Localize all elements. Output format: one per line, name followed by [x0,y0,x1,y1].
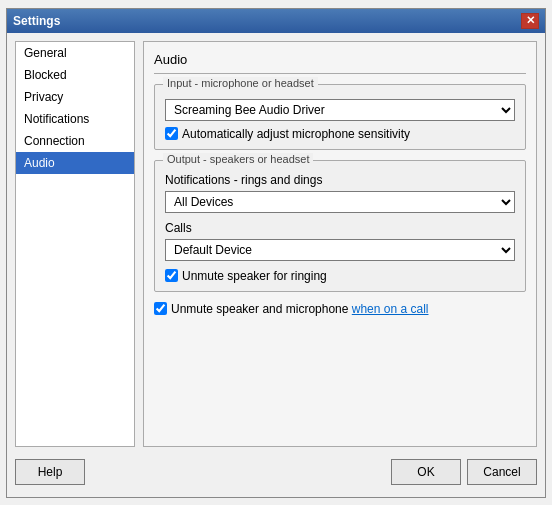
calls-field-group: Calls Default Device [165,221,515,261]
notifications-dropdown-row: All Devices [165,191,515,213]
sidebar-item-blocked[interactable]: Blocked [16,64,134,86]
separator [154,73,526,74]
main-content: General Blocked Privacy Notifications Co… [15,41,537,447]
output-group-content: Notifications - rings and dings All Devi… [165,173,515,283]
auto-adjust-checkbox[interactable] [165,127,178,140]
content-title: Audio [154,52,526,67]
input-group-label: Input - microphone or headset [163,77,318,89]
sidebar-item-notifications[interactable]: Notifications [16,108,134,130]
input-device-select[interactable]: Screaming Bee Audio Driver [165,99,515,121]
ok-cancel-group: OK Cancel [391,459,537,485]
notifications-label: Notifications - rings and dings [165,173,515,187]
unmute-both-row: Unmute speaker and microphone when on a … [154,302,526,316]
unmute-both-label: Unmute speaker and microphone when on a … [171,302,429,316]
sidebar-item-audio[interactable]: Audio [16,152,134,174]
sidebar: General Blocked Privacy Notifications Co… [15,41,135,447]
ok-button[interactable]: OK [391,459,461,485]
input-group-content: Screaming Bee Audio Driver Automatically… [165,99,515,141]
calls-dropdown-row: Default Device [165,239,515,261]
settings-window: Settings ✕ General Blocked Privacy Notif… [6,8,546,498]
notifications-select[interactable]: All Devices [165,191,515,213]
sidebar-item-connection[interactable]: Connection [16,130,134,152]
close-button[interactable]: ✕ [521,13,539,29]
cancel-button[interactable]: Cancel [467,459,537,485]
window-title: Settings [13,14,60,28]
sidebar-item-privacy[interactable]: Privacy [16,86,134,108]
help-button[interactable]: Help [15,459,85,485]
unmute-both-link[interactable]: when on a call [352,302,429,316]
output-group: Output - speakers or headset Notificatio… [154,160,526,292]
window-body: General Blocked Privacy Notifications Co… [7,33,545,497]
notifications-field-group: Notifications - rings and dings All Devi… [165,173,515,213]
input-group: Input - microphone or headset Screaming … [154,84,526,150]
sidebar-item-general[interactable]: General [16,42,134,64]
input-device-row: Screaming Bee Audio Driver [165,99,515,121]
title-bar: Settings ✕ [7,9,545,33]
auto-adjust-label: Automatically adjust microphone sensitiv… [182,127,410,141]
calls-select[interactable]: Default Device [165,239,515,261]
auto-adjust-row: Automatically adjust microphone sensitiv… [165,127,515,141]
unmute-speaker-label: Unmute speaker for ringing [182,269,327,283]
output-group-label: Output - speakers or headset [163,153,313,165]
content-panel: Audio Input - microphone or headset Scre… [143,41,537,447]
unmute-speaker-checkbox[interactable] [165,269,178,282]
unmute-both-checkbox[interactable] [154,302,167,315]
calls-label: Calls [165,221,515,235]
unmute-speaker-row: Unmute speaker for ringing [165,269,515,283]
bottom-bar: Help OK Cancel [15,455,537,489]
